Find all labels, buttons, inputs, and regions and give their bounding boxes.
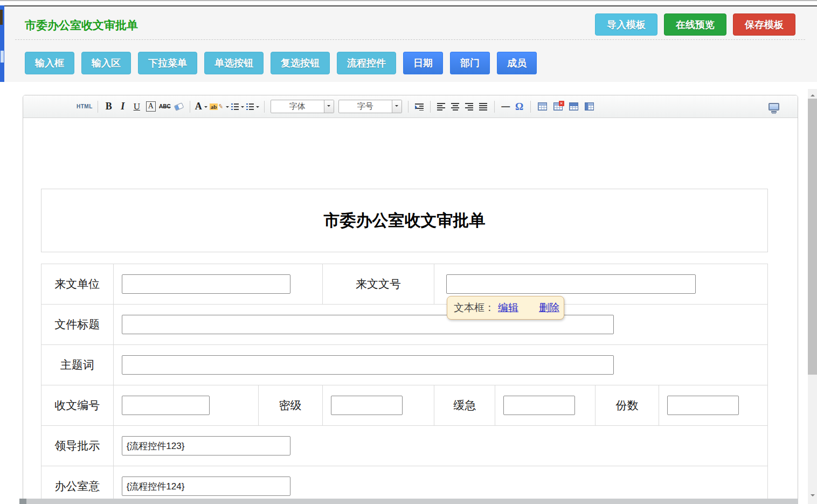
- field-label-copies: 份数: [596, 385, 659, 426]
- select-dropdown-button[interactable]: [392, 100, 401, 113]
- horizontal-scrollbar[interactable]: [19, 499, 798, 504]
- field-label-source-unit: 来文单位: [41, 264, 114, 305]
- palette-input-area-button[interactable]: 输入区: [81, 52, 131, 74]
- background-fragment: [1, 51, 4, 63]
- delete-table-button[interactable]: [551, 100, 565, 113]
- table-delete-icon: [553, 102, 563, 111]
- palette-input-box-button[interactable]: 输入框: [25, 52, 74, 74]
- save-template-button[interactable]: 保存模板: [733, 13, 795, 36]
- edit-link[interactable]: 编辑: [498, 301, 518, 315]
- textbox-context-tooltip: 文本框： 编辑 删除: [447, 296, 564, 320]
- strikethrough-button[interactable]: ABC: [159, 100, 171, 113]
- table-row: 收文编号 密级 缓急 份数: [41, 385, 768, 426]
- palette-flow-control-button[interactable]: 流程控件: [337, 52, 396, 74]
- highlight-color-button[interactable]: ab✎: [210, 100, 229, 113]
- divider: [15, 39, 805, 40]
- palette-date-button[interactable]: 日期: [403, 52, 443, 74]
- toolbar-separator: [430, 101, 431, 113]
- chevron-down-icon: [256, 106, 259, 109]
- font-size-select[interactable]: 字号: [338, 100, 402, 113]
- table-cell-properties-button[interactable]: [567, 100, 580, 113]
- table-row: 领导批示: [41, 426, 768, 466]
- insert-table-button[interactable]: [536, 100, 549, 113]
- scroll-up-arrow-icon[interactable]: [811, 92, 815, 96]
- template-actions: 导入模板 在线预览 保存模板: [595, 13, 795, 36]
- fullscreen-preview-button[interactable]: [768, 103, 779, 111]
- palette-member-button[interactable]: 成员: [497, 52, 537, 74]
- font-family-select[interactable]: 字体: [271, 100, 334, 113]
- table-row: 文件标题: [41, 305, 768, 345]
- horizontal-scrollbar-thumb[interactable]: [19, 499, 26, 504]
- font-color-button[interactable]: A: [195, 100, 207, 113]
- indent-button[interactable]: [413, 100, 425, 113]
- delete-link[interactable]: 删除: [539, 301, 559, 315]
- editor-canvas[interactable]: 市委办公室收文审批单 来文单位 来文文号 文件标题 主题词 收文编号: [23, 118, 798, 503]
- field-label-doc-number: 来文文号: [322, 264, 434, 305]
- table-row: 来文单位 来文文号: [41, 264, 768, 305]
- toolbar-separator: [264, 101, 265, 113]
- toolbar-separator: [190, 101, 190, 113]
- table-cell-icon: [569, 102, 578, 111]
- table-row: 主题词: [41, 345, 768, 385]
- chevron-down-icon: [395, 105, 398, 108]
- unordered-list-button[interactable]: [246, 100, 259, 113]
- window-top-edge: [0, 0, 817, 1]
- align-right-button[interactable]: [463, 100, 475, 113]
- unordered-list-icon: [246, 103, 254, 110]
- chevron-down-icon: [327, 105, 330, 108]
- bold-button[interactable]: B: [103, 100, 115, 113]
- field-label-secrecy-level: 密级: [258, 385, 322, 426]
- palette-radio-button[interactable]: 单选按钮: [204, 52, 264, 74]
- remove-format-button[interactable]: [173, 100, 185, 113]
- urgency-input[interactable]: [503, 396, 575, 415]
- justify-icon: [479, 103, 487, 111]
- ordered-list-button[interactable]: [231, 100, 244, 113]
- align-center-button[interactable]: [449, 100, 461, 113]
- receipt-number-input[interactable]: [122, 396, 210, 415]
- header-panel: 市委办公室收文审批单 导入模板 在线预览 保存模板 输入框 输入区 下拉菜单 单…: [4, 5, 817, 82]
- field-label-doc-title: 文件标题: [41, 305, 114, 345]
- background-window-strip: [0, 5, 4, 82]
- palette-dropdown-button[interactable]: 下拉菜单: [138, 52, 197, 74]
- select-dropdown-button[interactable]: [324, 100, 334, 113]
- page-title: 市委办公室收文审批单: [25, 18, 138, 33]
- form-table: 来文单位 来文文号 文件标题 主题词 收文编号 密级 缓急 份数: [41, 264, 768, 503]
- secrecy-level-input[interactable]: [331, 396, 403, 415]
- table-row-column-button[interactable]: [583, 100, 596, 113]
- import-template-button[interactable]: 导入模板: [595, 13, 657, 36]
- source-unit-input[interactable]: [122, 274, 290, 294]
- align-center-icon: [451, 103, 459, 111]
- tooltip-label: 文本框：: [454, 301, 495, 315]
- component-palette: 输入框 输入区 下拉菜单 单选按钮 复选按钮 流程控件 日期 部门 成员: [25, 52, 537, 74]
- special-character-button[interactable]: Ω: [514, 100, 525, 113]
- toolbar-separator: [530, 101, 531, 113]
- scroll-down-arrow-icon[interactable]: [811, 494, 815, 499]
- office-opinion-input[interactable]: [122, 477, 290, 496]
- quick-format-button[interactable]: A: [146, 101, 156, 112]
- leader-comments-input[interactable]: [122, 436, 290, 455]
- field-label-urgency: 缓急: [434, 385, 495, 426]
- table-row: 办公室意: [41, 466, 768, 504]
- form-title: 市委办公室收文审批单: [41, 189, 768, 252]
- copies-input[interactable]: [667, 396, 739, 415]
- palette-checkbox-button[interactable]: 复选按钮: [271, 52, 330, 74]
- align-left-button[interactable]: [435, 100, 447, 113]
- vertical-scrollbar-thumb[interactable]: [808, 99, 817, 375]
- field-label-office-opinion: 办公室意: [41, 466, 114, 504]
- horizontal-rule-button[interactable]: —: [500, 100, 511, 113]
- indent-icon: [415, 103, 424, 111]
- doc-number-input[interactable]: [446, 274, 696, 294]
- field-label-receipt-number: 收文编号: [41, 385, 114, 426]
- html-source-button[interactable]: HTML: [77, 100, 93, 113]
- align-right-icon: [465, 103, 473, 111]
- vertical-scrollbar[interactable]: [808, 89, 817, 504]
- field-label-subject-words: 主题词: [41, 345, 114, 385]
- rich-text-editor: HTML B I U A ABC A ab✎ 字体 字号 — Ω: [23, 95, 798, 504]
- toolbar-separator: [408, 101, 408, 113]
- online-preview-button[interactable]: 在线预览: [664, 13, 726, 36]
- italic-button[interactable]: I: [117, 100, 129, 113]
- justify-button[interactable]: [477, 100, 489, 113]
- palette-department-button[interactable]: 部门: [450, 52, 490, 74]
- subject-words-input[interactable]: [122, 355, 614, 375]
- underline-button[interactable]: U: [131, 100, 143, 113]
